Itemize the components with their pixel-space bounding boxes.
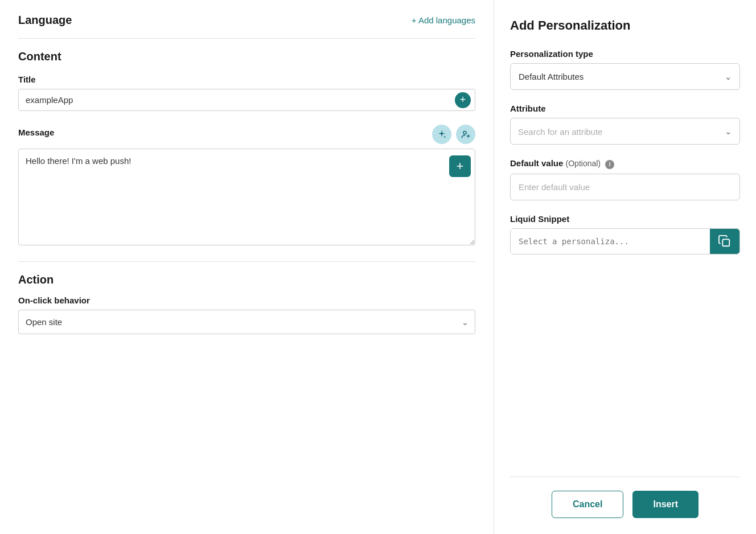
onclick-select[interactable]: Open site Open URL Deep link bbox=[18, 310, 475, 334]
personalization-type-field: Personalization type Default Attributes … bbox=[510, 49, 740, 90]
attribute-dropdown-wrapper: ⌄ Search for an attribute bbox=[510, 118, 740, 145]
liquid-copy-button[interactable] bbox=[710, 229, 739, 254]
liquid-snippet-field: Liquid Snippet bbox=[510, 214, 740, 254]
action-section: Action On-click behavior Open site Open … bbox=[18, 273, 475, 334]
onclick-field: On-click behavior Open site Open URL Dee… bbox=[18, 295, 475, 334]
attribute-select[interactable] bbox=[510, 118, 740, 145]
person-plus-icon bbox=[461, 129, 471, 139]
content-title: Content bbox=[18, 50, 475, 63]
personalization-type-select[interactable]: Default Attributes Custom Attributes Eve… bbox=[510, 63, 740, 90]
default-value-optional-text: (Optional) bbox=[566, 159, 601, 168]
panel-footer: Cancel Insert bbox=[510, 477, 740, 518]
language-divider bbox=[18, 38, 475, 39]
language-title: Language bbox=[18, 14, 72, 27]
language-section-header: Language + Add languages bbox=[18, 14, 475, 27]
default-value-field: Default value (Optional) i bbox=[510, 158, 740, 200]
title-label: Title bbox=[18, 75, 475, 84]
title-plus-icon: + bbox=[460, 94, 466, 106]
svg-rect-3 bbox=[722, 239, 729, 246]
default-value-label-text: Default value bbox=[510, 158, 563, 168]
action-title: Action bbox=[18, 273, 475, 286]
message-label: Message bbox=[18, 128, 54, 137]
left-panel: Language + Add languages Content Title +… bbox=[0, 0, 494, 534]
right-panel: Add Personalization Personalization type… bbox=[494, 0, 756, 534]
attribute-field: Attribute ⌄ Search for an attribute bbox=[510, 104, 740, 145]
liquid-snippet-input[interactable] bbox=[511, 229, 710, 254]
personalization-type-dropdown-wrapper: Default Attributes Custom Attributes Eve… bbox=[510, 63, 740, 90]
panel-title: Add Personalization bbox=[510, 18, 740, 33]
title-input[interactable] bbox=[18, 89, 475, 111]
message-header: Message bbox=[18, 125, 475, 144]
content-action-divider bbox=[18, 261, 475, 262]
title-input-wrapper: + bbox=[18, 89, 475, 111]
liquid-snippet-wrapper bbox=[510, 228, 740, 254]
svg-point-0 bbox=[463, 131, 466, 134]
message-plus-button[interactable]: + bbox=[449, 155, 471, 177]
copy-icon bbox=[718, 235, 731, 248]
personalization-type-label: Personalization type bbox=[510, 49, 740, 59]
content-section: Content Title + Message bbox=[18, 50, 475, 248]
message-plus-icon: + bbox=[457, 159, 464, 174]
message-textarea[interactable]: Hello there! I'm a web push! bbox=[18, 149, 475, 245]
attribute-label: Attribute bbox=[510, 104, 740, 113]
cancel-button[interactable]: Cancel bbox=[552, 491, 623, 518]
ai-sparkle-button[interactable] bbox=[432, 125, 451, 144]
add-person-button[interactable] bbox=[456, 125, 475, 144]
onclick-label: On-click behavior bbox=[18, 295, 475, 305]
sparkle-icon bbox=[437, 129, 447, 139]
insert-button[interactable]: Insert bbox=[632, 491, 699, 518]
onclick-select-wrapper: Open site Open URL Deep link ⌄ bbox=[18, 310, 475, 334]
message-textarea-wrapper: Hello there! I'm a web push! + bbox=[18, 149, 475, 248]
message-field: Message bbox=[18, 125, 475, 248]
info-icon[interactable]: i bbox=[605, 160, 614, 169]
default-value-input[interactable] bbox=[510, 174, 740, 200]
add-languages-button[interactable]: + Add languages bbox=[412, 15, 475, 25]
message-actions bbox=[432, 125, 475, 144]
title-plus-button[interactable]: + bbox=[455, 92, 471, 108]
title-field: Title + bbox=[18, 75, 475, 111]
liquid-snippet-label: Liquid Snippet bbox=[510, 214, 740, 224]
default-value-label: Default value (Optional) i bbox=[510, 158, 740, 169]
add-languages-label: + Add languages bbox=[412, 15, 475, 25]
